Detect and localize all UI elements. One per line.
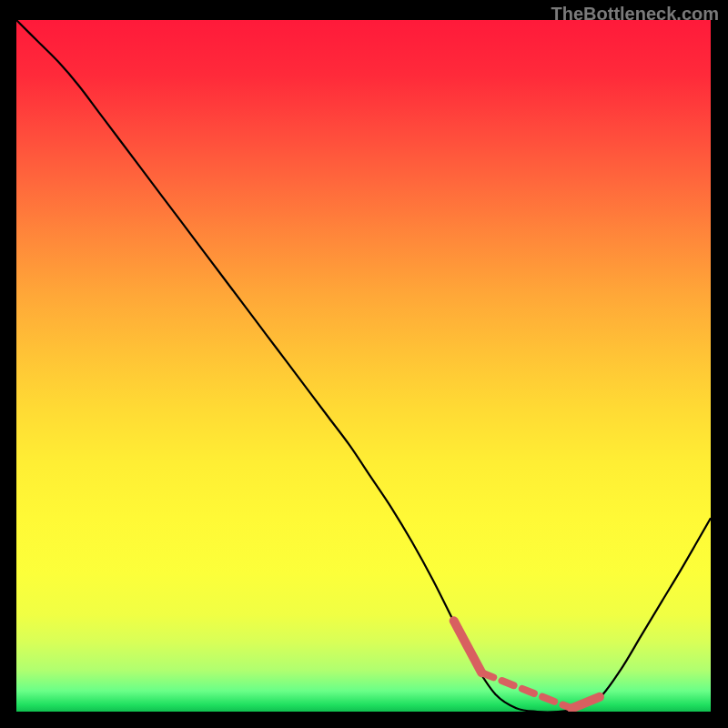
optimal-marker-right bbox=[571, 697, 600, 709]
bottleneck-curve bbox=[16, 20, 711, 712]
watermark-text: TheBottleneck.com bbox=[551, 4, 719, 25]
optimal-marker-left bbox=[454, 621, 482, 672]
chart-svg bbox=[16, 20, 711, 712]
optimal-marker-mid bbox=[481, 672, 571, 708]
plot-area bbox=[16, 20, 711, 712]
